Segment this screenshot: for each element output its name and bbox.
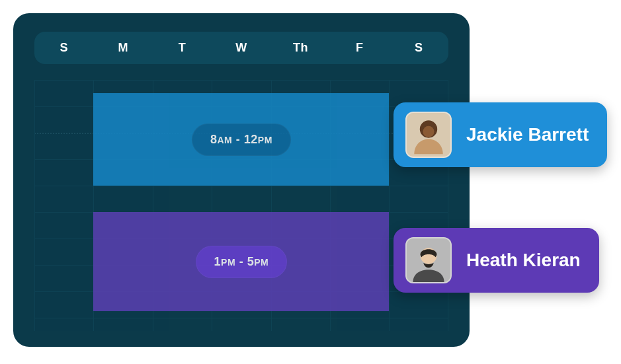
person-name: Jackie Barrett [466, 124, 589, 145]
shift-start-ampm: AM [217, 135, 232, 145]
avatar [405, 112, 452, 158]
calendar-panel: S M T W Th F S [13, 13, 470, 347]
day-column-header: S [34, 41, 93, 55]
person-card[interactable]: Jackie Barrett [393, 102, 607, 167]
shift-block-morning[interactable]: 8AM - 12PM [93, 93, 389, 186]
person-card[interactable]: Heath Kieran [393, 228, 599, 293]
shift-start-hour: 1 [214, 255, 222, 268]
time-range-separator: - [239, 255, 247, 268]
person-icon [407, 113, 450, 157]
day-column-header: M [93, 41, 152, 55]
day-column-header: S [390, 41, 448, 55]
day-column-header: Th [271, 41, 330, 55]
shift-start-hour: 8 [210, 133, 218, 146]
day-column-header: T [153, 41, 212, 55]
day-header-row: S M T W Th F S [34, 32, 448, 64]
svg-point-2 [423, 126, 435, 137]
shift-end-ampm: PM [258, 135, 272, 145]
person-name: Heath Kieran [466, 250, 581, 271]
shift-time-pill: 8AM - 12PM [192, 124, 291, 156]
day-column-header: F [330, 41, 389, 55]
shift-end-hour: 5 [247, 255, 255, 268]
shift-block-afternoon[interactable]: 1PM - 5PM [93, 212, 389, 311]
shift-start-ampm: PM [221, 257, 235, 268]
calendar-grid[interactable]: 8AM - 12PM 1PM - 5PM [34, 80, 448, 331]
time-range-separator: - [236, 133, 244, 146]
day-column-header: W [212, 41, 270, 55]
shift-end-ampm: PM [254, 257, 269, 268]
person-icon [407, 238, 450, 282]
shift-end-hour: 12 [244, 133, 258, 146]
shift-time-pill: 1PM - 5PM [196, 246, 288, 278]
avatar [405, 237, 452, 283]
